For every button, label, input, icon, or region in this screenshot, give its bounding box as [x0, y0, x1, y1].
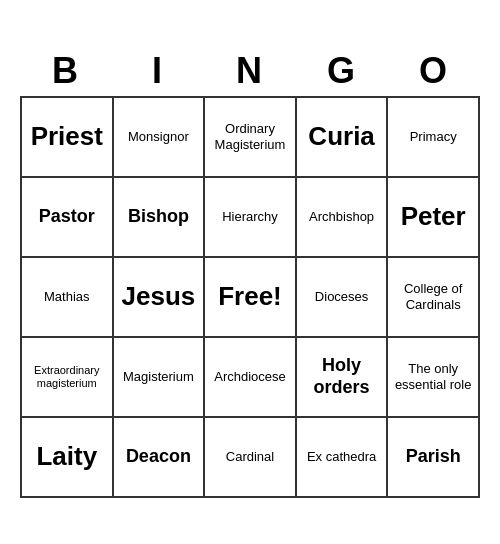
cell-text: Primacy [410, 129, 457, 145]
bingo-cell: Parish [388, 418, 480, 498]
cell-text: Archdiocese [214, 369, 286, 385]
cell-text: Mathias [44, 289, 90, 305]
cell-text: Ex cathedra [307, 449, 376, 465]
cell-text: Priest [31, 121, 103, 152]
cell-text: Deacon [126, 446, 191, 468]
cell-text: Laity [36, 441, 97, 472]
header-letter: N [204, 46, 296, 96]
cell-text: Cardinal [226, 449, 274, 465]
bingo-cell: Extraordinary magisterium [22, 338, 114, 418]
bingo-header: BINGO [20, 46, 480, 96]
cell-text: Parish [406, 446, 461, 468]
cell-text: Magisterium [123, 369, 194, 385]
bingo-cell: Deacon [114, 418, 206, 498]
bingo-cell: Archbishop [297, 178, 389, 258]
cell-text: Pastor [39, 206, 95, 228]
bingo-cell: College of Cardinals [388, 258, 480, 338]
cell-text: Curia [308, 121, 374, 152]
cell-text: Dioceses [315, 289, 368, 305]
cell-text: Hierarchy [222, 209, 278, 225]
bingo-cell: Curia [297, 98, 389, 178]
cell-text: Ordinary Magisterium [211, 121, 289, 152]
cell-text: Peter [401, 201, 466, 232]
bingo-cell: Dioceses [297, 258, 389, 338]
bingo-cell: The only essential role [388, 338, 480, 418]
header-letter: G [296, 46, 388, 96]
bingo-grid: PriestMonsignorOrdinary MagisteriumCuria… [20, 96, 480, 498]
bingo-cell: Jesus [114, 258, 206, 338]
bingo-cell: Peter [388, 178, 480, 258]
bingo-cell: Laity [22, 418, 114, 498]
cell-text: Free! [218, 281, 282, 312]
header-letter: B [20, 46, 112, 96]
bingo-cell: Free! [205, 258, 297, 338]
bingo-card: BINGO PriestMonsignorOrdinary Magisteriu… [20, 46, 480, 498]
bingo-cell: Ordinary Magisterium [205, 98, 297, 178]
cell-text: Bishop [128, 206, 189, 228]
cell-text: Archbishop [309, 209, 374, 225]
bingo-cell: Magisterium [114, 338, 206, 418]
bingo-cell: Archdiocese [205, 338, 297, 418]
bingo-cell: Pastor [22, 178, 114, 258]
bingo-cell: Cardinal [205, 418, 297, 498]
bingo-cell: Ex cathedra [297, 418, 389, 498]
header-letter: I [112, 46, 204, 96]
header-letter: O [388, 46, 480, 96]
cell-text: The only essential role [394, 361, 472, 392]
bingo-cell: Monsignor [114, 98, 206, 178]
cell-text: College of Cardinals [394, 281, 472, 312]
bingo-cell: Priest [22, 98, 114, 178]
bingo-cell: Bishop [114, 178, 206, 258]
cell-text: Extraordinary magisterium [28, 364, 106, 390]
bingo-cell: Mathias [22, 258, 114, 338]
bingo-cell: Holy orders [297, 338, 389, 418]
bingo-cell: Hierarchy [205, 178, 297, 258]
cell-text: Jesus [122, 281, 196, 312]
cell-text: Monsignor [128, 129, 189, 145]
cell-text: Holy orders [303, 355, 381, 398]
bingo-cell: Primacy [388, 98, 480, 178]
